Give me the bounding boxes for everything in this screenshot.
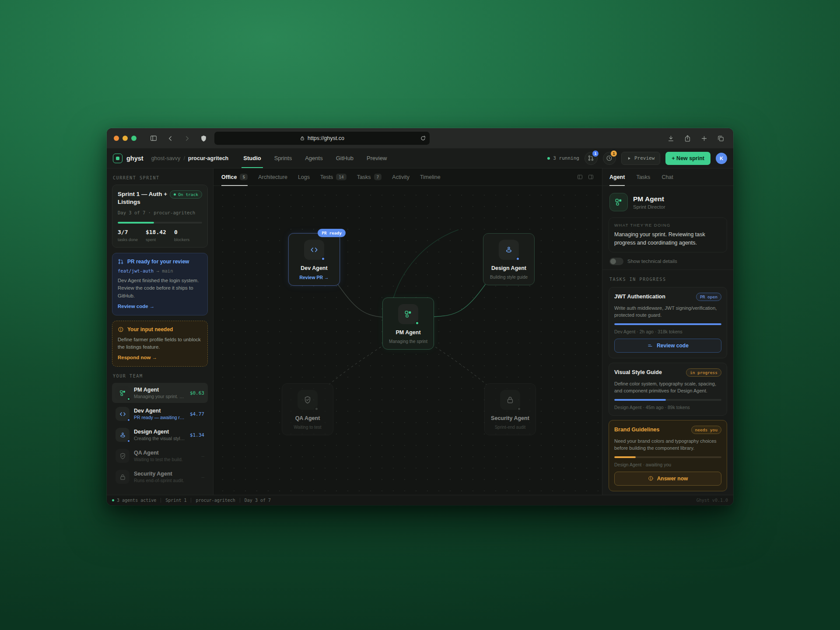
- panel-left-icon[interactable]: [577, 174, 583, 180]
- browser-chrome: https://ghyst.co: [107, 128, 733, 148]
- status-agents-active: 3 agents active: [112, 498, 161, 503]
- minimize-button[interactable]: [122, 136, 128, 141]
- respond-now-link[interactable]: Respond now →: [118, 355, 157, 360]
- preview-button[interactable]: Preview: [621, 152, 660, 165]
- nav-studio[interactable]: Studio: [243, 148, 261, 168]
- office-canvas[interactable]: PR ready Dev Agent Review PR →: [214, 186, 602, 495]
- status-day: Day 3 of 7: [240, 498, 275, 503]
- alert-icon: [648, 476, 654, 481]
- sprint-progress-bar: [118, 222, 202, 224]
- answer-now-button[interactable]: Answer now: [614, 472, 721, 486]
- pr-ready-badge: PR ready: [318, 229, 346, 237]
- activity-button[interactable]: 1: [603, 152, 616, 165]
- tab-timeline[interactable]: Timeline: [420, 168, 441, 186]
- share-icon[interactable]: [682, 133, 693, 144]
- desktop-background: https://ghyst.co ghys: [0, 0, 840, 630]
- close-button[interactable]: [114, 136, 119, 141]
- new-sprint-button[interactable]: + New sprint: [665, 152, 710, 165]
- reload-icon[interactable]: [420, 135, 426, 141]
- left-sidebar: CURRENT SPRINT Sprint 1 — Auth + Listing…: [107, 168, 214, 495]
- node-review-pr-link[interactable]: Review PR →: [293, 275, 335, 280]
- user-avatar[interactable]: K: [716, 153, 727, 164]
- tab-logs[interactable]: Logs: [298, 168, 310, 186]
- breadcrumb-org[interactable]: ghost-savvy: [151, 155, 181, 161]
- team-row-dev-agent[interactable]: Dev Agent PR ready — awaiting review $4.…: [112, 404, 208, 424]
- rtab-tasks[interactable]: Tasks: [636, 168, 650, 186]
- toggle-label: Show technical details: [627, 259, 677, 264]
- node-pm-agent[interactable]: PM Agent Managing the sprint: [382, 298, 434, 350]
- input-needed-card[interactable]: Your input needed Define farmer profile …: [112, 321, 208, 367]
- app-header: ghyst ghost-savvy / procur-agritech Stud…: [107, 148, 733, 168]
- nav-preview[interactable]: Preview: [367, 148, 387, 168]
- your-team-label: YOUR TEAM: [113, 374, 207, 378]
- team-row-pm-agent[interactable]: PM Agent Managing your sprint. Revie… $0…: [112, 383, 208, 403]
- review-code-link[interactable]: Review code →: [118, 304, 154, 309]
- pr-review-card[interactable]: PR ready for your review feat/jwt-auth →…: [112, 253, 208, 315]
- breadcrumb-project[interactable]: procur-agritech: [188, 155, 228, 161]
- task-card-jwt[interactable]: JWT Authentication PR open Write auth mi…: [609, 287, 727, 358]
- nav-agents[interactable]: Agents: [305, 148, 322, 168]
- rtab-chat[interactable]: Chat: [662, 168, 673, 186]
- team-row-design-agent[interactable]: Design Agent Creating the visual style g…: [112, 425, 208, 445]
- tasks-count-badge: 7: [374, 174, 382, 180]
- sprint-card[interactable]: Sprint 1 — Auth + Listings On track Day …: [112, 185, 208, 248]
- tab-office[interactable]: Office 5: [221, 168, 248, 186]
- sprint-title: Sprint 1 — Auth + Listings: [118, 190, 167, 206]
- technical-details-toggle[interactable]: [609, 258, 623, 265]
- design-node-icon: [499, 240, 519, 260]
- team-row-security-agent[interactable]: Security Agent Runs end-of-sprint audit.…: [112, 467, 208, 487]
- stat-spent: $18.42 spent: [146, 229, 166, 242]
- task-card-brand-guidelines[interactable]: Brand Guidelines needs you Need your bra…: [609, 420, 727, 491]
- task-card-style-guide[interactable]: Visual Style Guide in progress Define co…: [609, 363, 727, 416]
- dev-agent-icon: [116, 407, 130, 421]
- tests-count-badge: 14: [336, 174, 346, 180]
- node-dev-agent[interactable]: PR ready Dev Agent Review PR →: [288, 233, 340, 286]
- review-code-button[interactable]: Review code: [614, 339, 721, 353]
- agent-detail-role: Sprint Director: [633, 204, 665, 210]
- brand-name[interactable]: ghyst: [126, 155, 144, 162]
- sidebar-toggle-icon[interactable]: [148, 133, 159, 144]
- stat-tasks: 3/7 tasks done: [118, 229, 138, 242]
- right-panel: Agent Tasks Chat PM Agent Sprint Directo…: [602, 168, 733, 495]
- status-active-dot: [112, 499, 114, 501]
- traffic-lights: [114, 136, 136, 141]
- url-bar[interactable]: https://ghyst.co: [214, 132, 430, 145]
- zoom-button[interactable]: [131, 136, 136, 141]
- running-status: 3 running: [547, 155, 579, 161]
- forward-icon[interactable]: [181, 133, 192, 144]
- team-row-qa-agent[interactable]: QA Agent Waiting to test the build. –: [112, 446, 208, 466]
- agent-detail-header: PM Agent Sprint Director: [602, 186, 733, 217]
- qa-agent-icon: [116, 449, 130, 463]
- back-icon[interactable]: [164, 133, 176, 144]
- tab-overview-icon[interactable]: [715, 133, 726, 144]
- jwt-progress-bar: [614, 323, 721, 325]
- tab-activity[interactable]: Activity: [392, 168, 410, 186]
- tasks-in-progress-label: TASKS IN PROGRESS: [609, 277, 726, 282]
- downloads-icon[interactable]: [665, 133, 676, 144]
- current-sprint-label: CURRENT SPRINT: [113, 175, 207, 180]
- privacy-shield-icon[interactable]: [198, 133, 209, 144]
- breadcrumb: ghost-savvy / procur-agritech: [151, 155, 229, 161]
- rtab-agent[interactable]: Agent: [609, 168, 625, 186]
- needs-you-badge: needs you: [691, 426, 721, 434]
- ghyst-logo-icon[interactable]: [113, 154, 122, 163]
- tab-tests[interactable]: Tests 14: [320, 168, 346, 186]
- tab-architecture[interactable]: Architecture: [258, 168, 287, 186]
- node-security-agent[interactable]: Security Agent Sprint-end audit: [484, 383, 536, 435]
- node-design-agent[interactable]: Design Agent Building style guide: [483, 233, 535, 285]
- nav-sprints[interactable]: Sprints: [274, 148, 292, 168]
- new-tab-icon[interactable]: [698, 133, 710, 144]
- dev-node-icon: [304, 240, 324, 260]
- studio-main: Office 5 Architecture Logs Tests 14 Task…: [214, 168, 602, 495]
- node-qa-agent[interactable]: QA Agent Waiting to test: [282, 383, 333, 435]
- tab-tasks[interactable]: Tasks 7: [357, 168, 382, 186]
- diff-icon: [647, 343, 653, 349]
- style-guide-progress-bar: [614, 399, 721, 401]
- panel-right-icon[interactable]: [588, 174, 594, 180]
- alert-count-badge: 1: [611, 150, 617, 157]
- pr-open-badge: PR open: [696, 293, 721, 301]
- pull-requests-button[interactable]: 1: [584, 152, 598, 165]
- status-project: procur-agritech: [191, 498, 239, 503]
- nav-github[interactable]: GitHub: [336, 148, 354, 168]
- canvas-tabbar: Office 5 Architecture Logs Tests 14 Task…: [214, 168, 602, 186]
